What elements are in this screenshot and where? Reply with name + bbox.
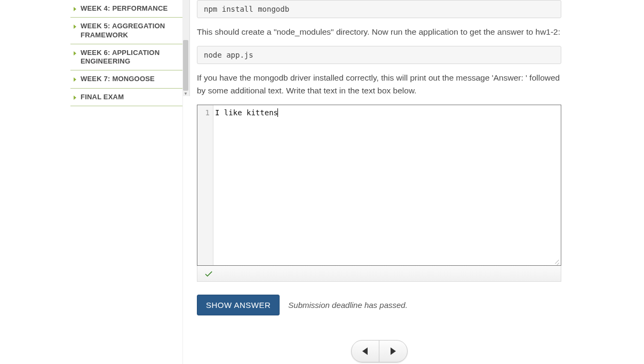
action-row: SHOW ANSWER Submission deadline has pass… bbox=[197, 295, 561, 315]
lesson-content: npm install mongodb This should create a… bbox=[182, 0, 567, 364]
instruction-text: This should create a "node_modules" dire… bbox=[197, 26, 561, 38]
text-cursor bbox=[277, 108, 278, 117]
prev-button[interactable] bbox=[352, 341, 379, 362]
checkmark-icon bbox=[203, 269, 214, 279]
triangle-right-icon bbox=[391, 347, 396, 355]
chevron-right-icon bbox=[74, 51, 76, 56]
sidebar-item-week4[interactable]: Week 4: Performance bbox=[70, 0, 182, 18]
deadline-text: Submission deadline has passed. bbox=[288, 300, 407, 310]
code-block-run: node app.js bbox=[197, 46, 561, 64]
sidebar-item-label: Final Exam bbox=[81, 93, 124, 101]
code-block-install: npm install mongodb bbox=[197, 0, 561, 18]
sidebar-item-week5[interactable]: Week 5: Aggregation Framework bbox=[70, 18, 182, 44]
line-number: 1 bbox=[197, 108, 210, 117]
sidebar-item-label: Week 7: Mongoose bbox=[81, 75, 155, 83]
chevron-right-icon bbox=[74, 7, 76, 11]
chevron-right-icon bbox=[74, 25, 76, 29]
sidebar-item-label: Week 5: Aggregation Framework bbox=[81, 22, 177, 39]
chevron-right-icon bbox=[74, 77, 76, 82]
instruction-text: If you have the mongodb driver installed… bbox=[197, 72, 561, 97]
editor-gutter: 1 bbox=[197, 105, 213, 265]
resize-handle-icon[interactable] bbox=[553, 258, 560, 264]
answer-editor[interactable]: 1 I like kittens bbox=[197, 105, 561, 266]
triangle-left-icon bbox=[362, 347, 368, 355]
course-sidebar: Week 4: Performance Week 5: Aggregation … bbox=[70, 0, 182, 364]
sidebar-item-final-exam[interactable]: Final Exam bbox=[70, 89, 182, 106]
chevron-right-icon bbox=[74, 96, 76, 100]
sidebar-item-week7[interactable]: Week 7: Mongoose bbox=[70, 70, 182, 88]
sidebar-item-week6[interactable]: Week 6: Application Engineering bbox=[70, 44, 182, 71]
answer-status-row bbox=[197, 266, 561, 282]
editor-content[interactable]: I like kittens bbox=[213, 105, 561, 265]
prev-next-pill bbox=[351, 340, 408, 362]
next-button[interactable] bbox=[379, 341, 407, 362]
editor-text: I like kittens bbox=[215, 108, 278, 117]
lesson-nav bbox=[197, 340, 561, 362]
sidebar-item-label: Week 6: Application Engineering bbox=[81, 49, 177, 66]
sidebar-item-label: Week 4: Performance bbox=[81, 4, 168, 13]
show-answer-button[interactable]: SHOW ANSWER bbox=[197, 295, 280, 315]
